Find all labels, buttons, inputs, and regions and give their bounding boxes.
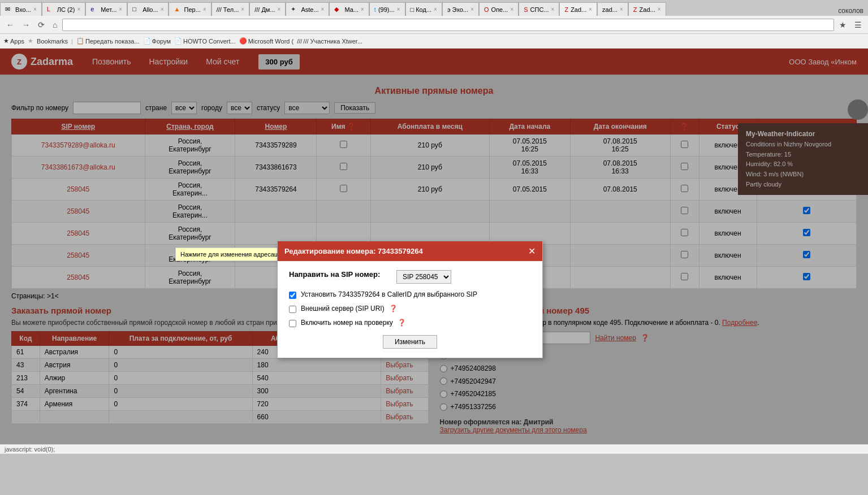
tab-15[interactable]: ZZad...× [559,2,597,16]
bm-xtwer[interactable]: /// /// Участника Xtwer... [297,38,362,45]
ext-server-checkbox[interactable] [289,306,296,313]
modal-body: Направить на SIP номер: SIP 258045 Устан… [278,261,542,358]
bm-howto[interactable]: 📄 HOWTO Convert... [174,37,236,45]
bm-peredat[interactable]: 📋 Передать показа... [76,37,140,45]
user-label: соколов [834,6,868,16]
ext-server-label: Внешний сервер (SIP URI) [301,305,385,312]
bookmarks-bar: ★ Apps ★ Bookmarks | 📋 Передать показа..… [0,34,868,49]
tab-6[interactable]: /// Тел...× [211,2,250,16]
modal-header: Редактирование номера: 73433579264 ✕ [278,241,542,261]
tab-10[interactable]: t(99)...× [369,2,405,16]
tooltip: Нажмите для изменения адресации [175,248,290,261]
tab-1[interactable]: ✉Вхо...× [0,2,42,16]
tab-7[interactable]: /// Дм...× [249,2,286,16]
direction-label: Направить на SIP номер: [289,270,391,279]
tab-bar: ✉Вхо...× LЛС (2)× eМет...× □Allo...× ▲Пе… [0,0,868,16]
verify-row: Включить номер на проверку ❓ [289,319,531,327]
ext-server-help-icon: ❓ [389,305,398,312]
menu-button[interactable]: ☰ [852,19,865,31]
verify-label: Включить номер на проверку [301,319,393,327]
forward-button[interactable]: → [19,19,33,31]
nav-bar: ← → ⟳ ⌂ https://ss.zadarma.com/dirnum/ ★… [0,16,868,34]
modal-actions: Изменить [289,335,531,349]
ext-server-row: Внешний сервер (SIP URI) ❓ [289,305,531,313]
bm-msword[interactable]: 🔴 Microsoft Word ( [239,37,293,45]
callerid-checkbox[interactable] [289,292,296,299]
tab-5[interactable]: ▲Пер...× [169,2,211,16]
edit-number-modal: Редактирование номера: 73433579264 ✕ Нап… [277,241,543,358]
tab-17[interactable]: ZZad...× [628,2,666,16]
tab-14[interactable]: SСПС...× [519,2,559,16]
tab-2[interactable]: LЛС (2)× [42,2,86,16]
page: Z Zadarma Позвонить Настройки Мой счет 3… [0,49,868,444]
callerid-label: Установить 73433579264 в CallerID для вы… [301,290,477,298]
tab-8[interactable]: ✦Aste...× [286,2,329,16]
address-bar[interactable]: https://ss.zadarma.com/dirnum/ [62,19,834,31]
tab-4[interactable]: □Allo...× [127,2,169,16]
bm-apps[interactable]: ★ Apps [3,37,24,45]
modal-title: Редактирование номера: 73433579264 [284,247,423,255]
verify-help-icon: ❓ [398,319,406,327]
tab-13[interactable]: OОпе...× [479,2,519,16]
sip-select[interactable]: SIP 258045 [396,270,451,284]
bm-bookmarks[interactable]: Bookmarks [37,38,68,45]
verify-checkbox[interactable] [289,320,296,327]
sip-direction-row: Направить на SIP номер: SIP 258045 [289,270,531,284]
status-bar: javascript: void(0); [0,444,868,454]
home-button[interactable]: ⌂ [50,19,60,31]
browser-chrome: ✉Вхо...× LЛС (2)× eМет...× □Allo...× ▲Пе… [0,0,868,49]
back-button[interactable]: ← [3,19,17,31]
tab-9[interactable]: ◆Ма...× [329,2,369,16]
bookmark-button[interactable]: ★ [836,19,849,31]
callerid-row: Установить 73433579264 в CallerID для вы… [289,290,531,299]
change-button[interactable]: Изменить [383,335,437,349]
reload-button[interactable]: ⟳ [35,19,47,31]
tab-12[interactable]: э Эхо...× [442,2,479,16]
tab-11[interactable]: □ Код...× [405,2,442,16]
modal-close-button[interactable]: ✕ [528,246,536,257]
bm-forum[interactable]: 📄 Форум [143,37,171,45]
tab-16[interactable]: zad...× [597,2,628,16]
tab-3[interactable]: eМет...× [85,2,127,16]
